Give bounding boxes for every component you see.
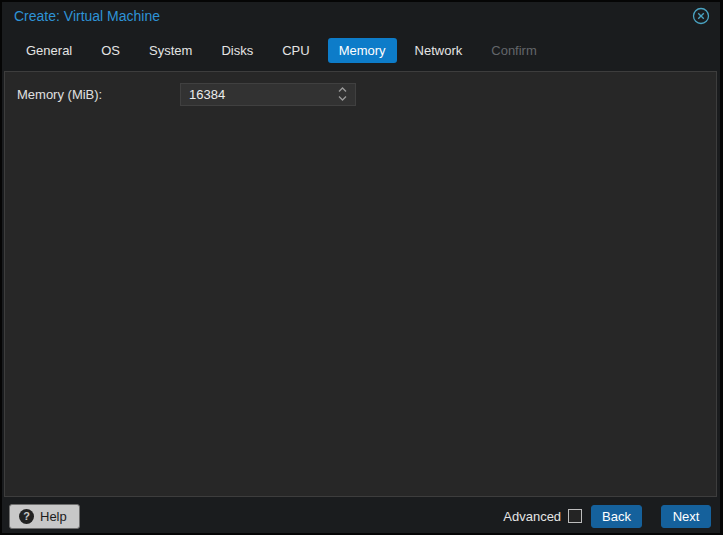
tab-memory[interactable]: Memory	[328, 38, 397, 63]
tab-os[interactable]: OS	[90, 38, 131, 63]
tab-system[interactable]: System	[138, 38, 203, 63]
memory-spinner[interactable]	[334, 84, 350, 105]
create-vm-dialog: Create: Virtual Machine General OS Syste…	[0, 0, 723, 535]
dialog-footer: ? Help Advanced Back Next	[2, 499, 720, 533]
tab-disks[interactable]: Disks	[210, 38, 264, 63]
close-icon[interactable]	[692, 7, 710, 25]
tab-confirm: Confirm	[480, 38, 548, 63]
advanced-label: Advanced	[503, 509, 561, 524]
memory-label: Memory (MiB):	[17, 87, 180, 102]
question-circle-icon: ?	[19, 509, 34, 524]
dialog-title: Create: Virtual Machine	[14, 8, 692, 24]
tab-general[interactable]: General	[15, 38, 83, 63]
tab-network[interactable]: Network	[404, 38, 474, 63]
dialog-titlebar: Create: Virtual Machine	[2, 2, 720, 30]
memory-form-row: Memory (MiB):	[17, 82, 704, 106]
back-button[interactable]: Back	[591, 505, 642, 528]
tab-cpu[interactable]: CPU	[271, 38, 320, 63]
chevron-up-icon[interactable]	[338, 87, 347, 93]
help-button-label: Help	[40, 509, 67, 524]
memory-input[interactable]	[181, 84, 355, 105]
wizard-tabbar: General OS System Disks CPU Memory Netwo…	[2, 30, 720, 70]
chevron-down-icon[interactable]	[338, 95, 347, 101]
advanced-checkbox[interactable]	[568, 509, 582, 523]
next-button[interactable]: Next	[661, 505, 711, 528]
memory-field-wrap	[180, 83, 356, 106]
help-button[interactable]: ? Help	[9, 504, 80, 529]
wizard-content-panel: Memory (MiB):	[4, 71, 717, 497]
